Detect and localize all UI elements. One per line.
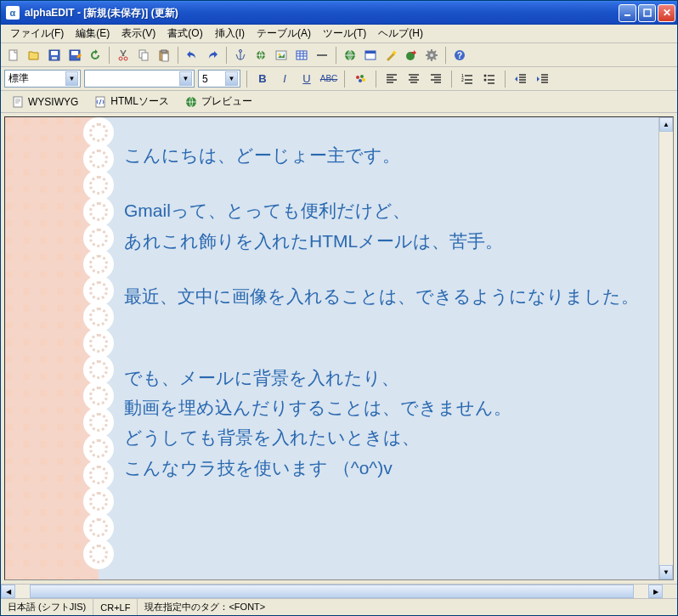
doc-paragraph: でも、メールに背景を入れたり、	[124, 365, 641, 390]
app-window: α alphaEDIT - [新規(未保存)] (更新) ✕ ファイル(F) 編…	[0, 0, 678, 616]
settings-button[interactable]	[422, 46, 441, 65]
outdent-button[interactable]	[511, 70, 530, 88]
refresh-button[interactable]	[86, 46, 105, 65]
new-button[interactable]	[4, 46, 23, 65]
menu-view[interactable]: 表示(V)	[116, 25, 161, 42]
tab-label: プレビュー	[201, 94, 252, 109]
svg-point-10	[119, 57, 122, 60]
doc-paragraph: どうしても背景を入れたいときは、	[124, 425, 641, 449]
doc-paragraph: 動画を埋め込んだりすることは、できません。	[124, 395, 641, 420]
vertical-scrollbar[interactable]: ▲ ▼	[658, 117, 673, 579]
image-button[interactable]	[272, 46, 291, 65]
globe-upload-button[interactable]	[402, 46, 421, 65]
menu-tools[interactable]: ツール(T)	[317, 25, 372, 42]
tab-wysiwyg[interactable]: WYSIWYG	[4, 93, 85, 111]
window-button[interactable]	[361, 46, 380, 65]
doc-paragraph: こんなウラ技を使います （^o^)v	[124, 455, 641, 480]
help-button[interactable]: ?	[450, 46, 469, 65]
svg-rect-25	[365, 51, 376, 54]
menu-insert[interactable]: 挿入(I)	[209, 25, 251, 42]
separator	[109, 47, 110, 64]
style-combo[interactable]: 標準▼	[4, 70, 81, 88]
scroll-thumb[interactable]	[30, 585, 634, 598]
indent-button[interactable]	[534, 70, 552, 88]
undo-button[interactable]	[183, 46, 201, 65]
svg-point-17	[240, 49, 242, 52]
anchor-button[interactable]	[231, 46, 250, 65]
editor-canvas[interactable]: こんにちは、どーじょー主です。 Gmailって、とっても便利だけど、 あれこれ飾…	[5, 117, 658, 579]
tab-preview[interactable]: プレビュー	[178, 92, 259, 111]
svg-rect-7	[52, 57, 57, 59]
svg-rect-21	[297, 51, 307, 59]
color-button[interactable]	[351, 70, 370, 88]
save-as-button[interactable]	[65, 46, 84, 65]
dropdown-icon[interactable]: ▼	[225, 71, 238, 86]
svg-rect-3	[644, 9, 651, 16]
wand-button[interactable]	[381, 46, 400, 65]
status-line-ending: CR+LF	[93, 599, 138, 615]
svg-text:α: α	[10, 8, 16, 18]
svg-point-37	[484, 74, 487, 76]
horizontal-scrollbar[interactable]: ◀ ▶	[1, 584, 677, 598]
doc-paragraph: Gmailって、とっても便利だけど、	[124, 198, 641, 223]
separator	[376, 71, 376, 88]
paste-button[interactable]	[155, 46, 173, 65]
svg-point-38	[484, 78, 487, 81]
globe-icon	[184, 95, 198, 109]
svg-point-34	[362, 78, 365, 82]
tab-label: WYSIWYG	[28, 96, 78, 108]
svg-rect-22	[317, 54, 327, 56]
tab-html-source[interactable]: HTMLソース	[87, 92, 176, 111]
scroll-left-button[interactable]: ◀	[1, 585, 15, 598]
table-button[interactable]	[292, 46, 311, 65]
size-combo[interactable]: 5▼	[198, 70, 240, 88]
maximize-button[interactable]	[638, 4, 656, 22]
svg-rect-13	[142, 53, 148, 60]
redo-button[interactable]	[203, 46, 222, 65]
web-button[interactable]	[341, 46, 359, 65]
close-button[interactable]: ✕	[658, 4, 675, 22]
ordered-list-button[interactable]: 12	[458, 70, 477, 88]
copy-button[interactable]	[134, 46, 153, 65]
svg-rect-39	[14, 97, 22, 107]
menu-file[interactable]: ファイル(F)	[4, 25, 70, 42]
separator	[336, 47, 336, 64]
svg-point-33	[359, 79, 362, 82]
align-center-button[interactable]	[404, 70, 423, 88]
status-current-tag: 現在指定中のタグ：<FONT>	[138, 599, 677, 615]
separator	[505, 71, 506, 88]
scroll-up-button[interactable]: ▲	[659, 117, 673, 132]
svg-rect-19	[276, 51, 286, 59]
hr-button[interactable]	[313, 46, 331, 65]
dropdown-icon[interactable]: ▼	[179, 71, 192, 86]
scroll-down-button[interactable]: ▼	[659, 565, 673, 579]
separator	[451, 71, 452, 88]
scroll-right-button[interactable]: ▶	[648, 585, 663, 598]
code-icon	[93, 95, 107, 109]
doc-paragraph: あれこれ飾りを入れたHTMLメールは、苦手。	[124, 229, 641, 253]
save-button[interactable]	[45, 46, 64, 65]
size-value: 5	[202, 73, 208, 85]
unordered-list-button[interactable]	[480, 70, 499, 88]
minimize-button[interactable]	[619, 4, 636, 22]
menu-format[interactable]: 書式(O)	[161, 25, 208, 42]
strike-button[interactable]: ABC	[319, 70, 338, 88]
svg-rect-2	[624, 14, 630, 16]
font-combo[interactable]: ▼	[84, 70, 195, 88]
style-value: 標準	[8, 71, 29, 86]
menu-table[interactable]: テーブル(A)	[251, 25, 317, 42]
align-right-button[interactable]	[427, 70, 445, 88]
dropdown-icon[interactable]: ▼	[65, 71, 78, 86]
link-button[interactable]	[251, 46, 270, 65]
scroll-track[interactable]	[659, 132, 673, 565]
doc-paragraph: こんにちは、どーじょー主です。	[124, 143, 641, 167]
open-button[interactable]	[25, 46, 43, 65]
align-left-button[interactable]	[382, 70, 401, 88]
underline-button[interactable]: U	[297, 70, 316, 88]
menu-help[interactable]: ヘルプ(H)	[372, 25, 429, 42]
menu-edit[interactable]: 編集(E)	[70, 25, 116, 42]
bold-button[interactable]: B	[253, 70, 272, 88]
cut-button[interactable]	[114, 46, 133, 65]
italic-button[interactable]: I	[275, 70, 294, 88]
document-body[interactable]: こんにちは、どーじょー主です。 Gmailって、とっても便利だけど、 あれこれ飾…	[99, 117, 658, 579]
